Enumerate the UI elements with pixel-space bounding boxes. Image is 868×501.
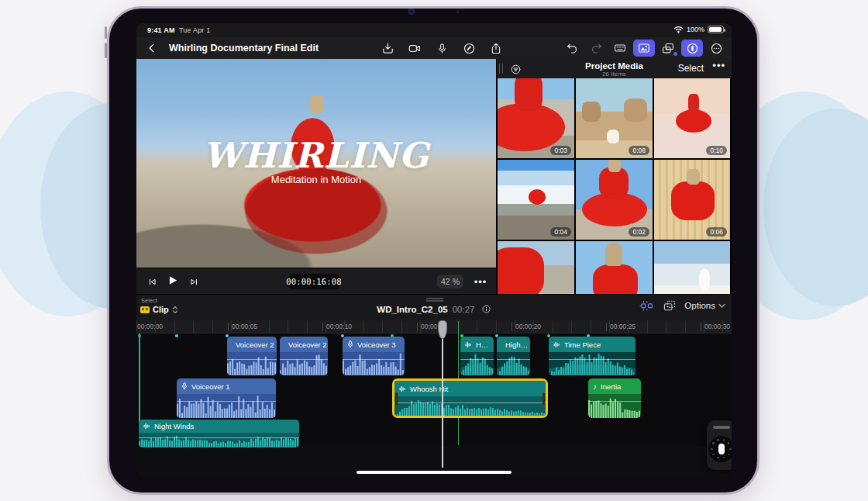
timeline-clip-selected[interactable]: Whoosh Hit (392, 378, 548, 418)
jog-dial-dot (728, 454, 730, 456)
play-button[interactable] (161, 271, 183, 289)
timeline-clip[interactable]: Voiceover 3 (343, 337, 405, 375)
media-thumbnail[interactable]: 0:03 (498, 78, 574, 158)
select-mode-label: Select (141, 297, 157, 304)
ipad-screen: 9:41 AM Tue Apr 1 100% Whirling Document… (136, 23, 732, 478)
media-panel-header: Project Media 26 Items Select ••• (497, 59, 732, 78)
clip-duration-badge: 0:02 (629, 227, 649, 237)
timeline-clip[interactable]: H… (460, 337, 494, 375)
ruler-label: 00:00:00 (136, 323, 163, 331)
camera-button[interactable] (404, 40, 425, 57)
media-thumbnail[interactable]: 0:06 (654, 160, 730, 240)
undo-button[interactable] (561, 40, 583, 57)
titles-effects-button[interactable] (657, 40, 679, 57)
clip-duration-badge: 0:04 (550, 227, 571, 237)
front-camera (408, 9, 415, 15)
timeline-clip[interactable]: Time Piece (549, 337, 636, 375)
previous-frame-button[interactable] (141, 273, 163, 290)
jog-dial-dot (729, 448, 732, 451)
overlay-clip-icon[interactable] (663, 299, 677, 312)
audio-wave-icon (399, 385, 406, 392)
timecode-display[interactable]: 00:00:16:08 (288, 274, 339, 289)
import-button[interactable] (377, 40, 398, 57)
timeline-drag-handle[interactable] (426, 298, 443, 302)
media-grid: 0:03 0:08 0:10 0:04 0:02 0:06 (498, 78, 732, 294)
media-browser-button[interactable] (633, 40, 655, 57)
keyboard-button[interactable] (609, 40, 631, 57)
selected-clip-name: WD_Intro_C2_05 (377, 305, 447, 314)
battery-percent: 100% (687, 26, 704, 33)
clip-duration-badge: 0:06 (706, 227, 727, 237)
jog-dial-dot (728, 442, 730, 444)
ruler-label: 00:00:05 (228, 323, 257, 331)
ruler-label: 00:00:10 (322, 323, 352, 331)
timeline-clip[interactable]: Voiceover 1 (177, 378, 276, 418)
chevron-down-icon (718, 303, 725, 309)
select-button[interactable]: Select (678, 63, 704, 74)
app-toolbar: Whirling Documentary Final Edit (136, 37, 732, 59)
options-dropdown[interactable]: Options (684, 301, 725, 310)
media-thumbnail[interactable] (654, 241, 730, 294)
timeline-tracks: Voiceover 2 Voiceover 2 Voiceover 3 H… H… (136, 333, 732, 446)
wifi-icon (673, 26, 684, 33)
jog-drag-handle[interactable] (713, 426, 730, 429)
next-frame-button[interactable] (183, 273, 205, 290)
battery-icon (708, 26, 724, 33)
jog-wheel-button[interactable] (681, 40, 703, 57)
viewer-more-button[interactable]: ••• (470, 273, 491, 290)
transport-bar: 00:00:16:08 42 % ••• (136, 268, 496, 294)
video-overlay-title: WHIRLING (136, 135, 496, 176)
status-date: Tue Apr 1 (179, 26, 211, 34)
connect-clips-icon[interactable] (639, 299, 655, 312)
project-title: Whirling Documentary Final Edit (169, 43, 319, 54)
media-more-button[interactable]: ••• (712, 60, 725, 71)
redo-button[interactable] (585, 40, 607, 57)
marketing-canvas: 9:41 AM Tue Apr 1 100% Whirling Document… (0, 0, 868, 501)
timeline-clip[interactable]: ♪Inertia (588, 378, 641, 418)
audio-wave-icon (465, 341, 472, 348)
timeline-clip[interactable]: Voiceover 2 (280, 337, 328, 375)
ruler-label: 00:00:25 (606, 323, 636, 331)
timeline-ruler[interactable]: 00:00:00 00:00:05 00:00:10 00:00:15 00:0… (136, 320, 732, 333)
video-overlay-subtitle: Meditation in Motion (136, 174, 496, 185)
jog-dial-dot (717, 439, 719, 441)
jog-dial-dot (712, 454, 715, 456)
more-button[interactable] (705, 40, 727, 57)
home-indicator[interactable] (356, 471, 512, 474)
share-button[interactable] (485, 40, 507, 57)
back-button[interactable] (141, 40, 163, 57)
project-media-panel: Project Media 26 Items Select ••• 0:03 0… (497, 59, 732, 294)
info-icon[interactable] (481, 304, 491, 314)
media-thumbnail[interactable]: 0:02 (576, 160, 653, 240)
playhead-line[interactable] (442, 320, 443, 468)
timeline-clip[interactable]: Night Winds (139, 420, 299, 447)
media-thumbnail[interactable]: 0:04 (498, 160, 574, 240)
jog-dial-dot (717, 457, 719, 459)
jog-dial-dot (711, 448, 713, 451)
audio-wave-icon (143, 423, 150, 430)
timeline-clip[interactable]: High… (497, 337, 530, 375)
trim-handle-right[interactable] (542, 392, 545, 405)
selected-clip-duration: 00:27 (453, 305, 475, 314)
clip-duration-badge: 0:10 (706, 146, 727, 155)
audio-wave-icon (553, 341, 560, 348)
clip-duration-badge: 0:03 (550, 146, 571, 155)
timeline-header: Select Clip WD_Intro_C2_0500:27 Options (136, 295, 732, 320)
pencil-button[interactable] (458, 40, 480, 57)
status-bar: 9:41 AM Tue Apr 1 100% (136, 23, 732, 37)
media-thumbnail[interactable] (498, 241, 574, 294)
sensor-dot (456, 11, 459, 13)
ruler-label: 00:00:20 (512, 323, 541, 331)
ruler-label: 00:00:30 (701, 323, 730, 331)
jog-wheel[interactable] (707, 420, 732, 470)
jog-pointer (718, 444, 725, 454)
zoom-level-display[interactable]: 42 % (437, 275, 463, 289)
video-viewer[interactable]: WHIRLING Meditation in Motion (136, 59, 496, 268)
trim-handle-left[interactable] (395, 392, 398, 405)
microphone-button[interactable] (431, 40, 453, 57)
media-thumbnail[interactable] (576, 241, 653, 294)
media-thumbnail[interactable]: 0:10 (654, 78, 730, 158)
media-thumbnail[interactable]: 0:08 (576, 78, 653, 158)
timeline-clip[interactable]: Voiceover 2 (227, 337, 277, 375)
timeline-section: Select Clip WD_Intro_C2_0500:27 Options (136, 295, 732, 478)
